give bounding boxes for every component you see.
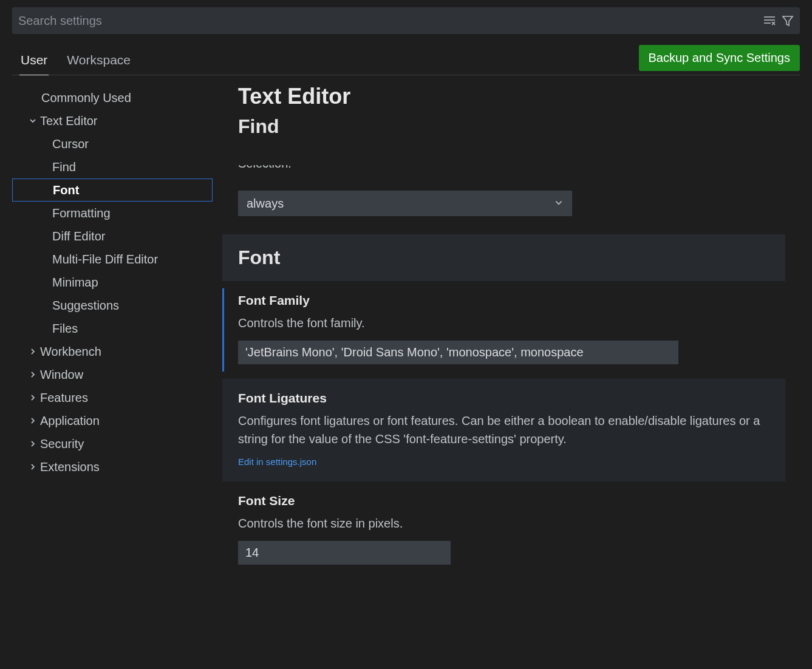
chevron-right-icon: [26, 390, 40, 405]
tree-item-suggestions[interactable]: Suggestions: [12, 294, 213, 317]
edit-in-settings-link[interactable]: Edit in settings.json: [238, 457, 769, 467]
tree-item-minimap[interactable]: Minimap: [12, 271, 213, 294]
settings-tree: Commonly Used Text Editor Cursor Find Fo…: [12, 75, 213, 669]
tree-item-window[interactable]: Window: [12, 363, 213, 386]
setting-description: Configures font ligatures or font featur…: [238, 412, 769, 448]
tree-item-label: Minimap: [52, 276, 98, 290]
page-title: Text Editor: [238, 84, 800, 109]
tree-item-label: Security: [40, 437, 84, 451]
setting-description: Controls the font size in pixels.: [238, 514, 769, 532]
search-bar: [12, 7, 800, 34]
find-seed-select[interactable]: always: [238, 191, 572, 216]
section-title-font: Font: [222, 234, 785, 281]
tree-item-application[interactable]: Application: [12, 409, 213, 432]
setting-title: Font Family: [238, 293, 769, 308]
setting-font-family: Font Family Controls the font family.: [222, 281, 785, 379]
tree-item-label: Font: [53, 183, 79, 197]
modified-indicator: [222, 288, 224, 372]
tree-item-formatting[interactable]: Formatting: [12, 202, 213, 225]
tree-item-label: Cursor: [52, 137, 89, 151]
tree-item-label: Workbench: [40, 345, 101, 359]
setting-font-size: Font Size Controls the font size in pixe…: [222, 481, 785, 579]
tree-item-extensions[interactable]: Extensions: [12, 455, 213, 478]
tree-item-label: Window: [40, 368, 83, 382]
setting-description: Controls the font family.: [238, 314, 769, 332]
tree-item-label: Formatting: [52, 206, 111, 220]
tree-item-multi-file-diff[interactable]: Multi-File Diff Editor: [12, 248, 213, 271]
tree-item-label: Text Editor: [40, 114, 97, 128]
tree-item-font[interactable]: Font: [12, 178, 213, 202]
tree-item-files[interactable]: Files: [12, 317, 213, 340]
tree-item-label: Commonly Used: [41, 91, 131, 105]
select-value: always: [247, 197, 284, 211]
tree-item-label: Features: [40, 391, 88, 405]
tree-item-label: Files: [52, 322, 78, 336]
tree-item-label: Suggestions: [52, 299, 119, 313]
section-title-find: Find: [238, 115, 800, 138]
setting-font-ligatures: Font Ligatures Configures font ligatures…: [222, 379, 785, 481]
search-input[interactable]: [18, 7, 763, 34]
tree-item-find[interactable]: Find: [12, 155, 213, 178]
chevron-down-icon: [554, 197, 564, 211]
chevron-right-icon: [26, 367, 40, 382]
chevron-down-icon: [26, 114, 40, 128]
font-family-input[interactable]: [238, 341, 678, 364]
tree-item-features[interactable]: Features: [12, 386, 213, 409]
tree-item-workbench[interactable]: Workbench: [12, 340, 213, 363]
tree-item-label: Find: [52, 160, 76, 174]
tabs-row: User Workspace Backup and Sync Settings: [12, 45, 800, 75]
clear-filters-icon[interactable]: [763, 15, 776, 26]
chevron-right-icon: [26, 413, 40, 428]
tree-item-security[interactable]: Security: [12, 432, 213, 455]
clipped-row: Selection.: [238, 165, 292, 172]
tab-user[interactable]: User: [19, 47, 49, 75]
tree-item-label: Multi-File Diff Editor: [52, 253, 158, 267]
tree-item-label: Extensions: [40, 460, 100, 474]
sticky-header: Text Editor Find: [213, 75, 800, 142]
backup-sync-button[interactable]: Backup and Sync Settings: [639, 45, 800, 71]
tab-workspace[interactable]: Workspace: [66, 47, 132, 75]
setting-title: Font Size: [238, 494, 769, 508]
tree-item-diff-editor[interactable]: Diff Editor: [12, 225, 213, 248]
settings-content: Text Editor Find Selection. always Font …: [213, 75, 800, 669]
chevron-right-icon: [26, 436, 40, 451]
tree-item-cursor[interactable]: Cursor: [12, 132, 213, 155]
tree-item-commonly-used[interactable]: Commonly Used: [12, 86, 213, 109]
setting-title: Font Ligatures: [238, 391, 769, 406]
chevron-right-icon: [26, 344, 40, 359]
font-size-input[interactable]: [238, 541, 451, 565]
tree-item-label: Application: [40, 414, 100, 428]
filter-icon[interactable]: [782, 15, 794, 27]
tree-item-text-editor[interactable]: Text Editor: [12, 109, 213, 132]
chevron-right-icon: [26, 460, 40, 474]
tree-item-label: Diff Editor: [52, 229, 105, 243]
